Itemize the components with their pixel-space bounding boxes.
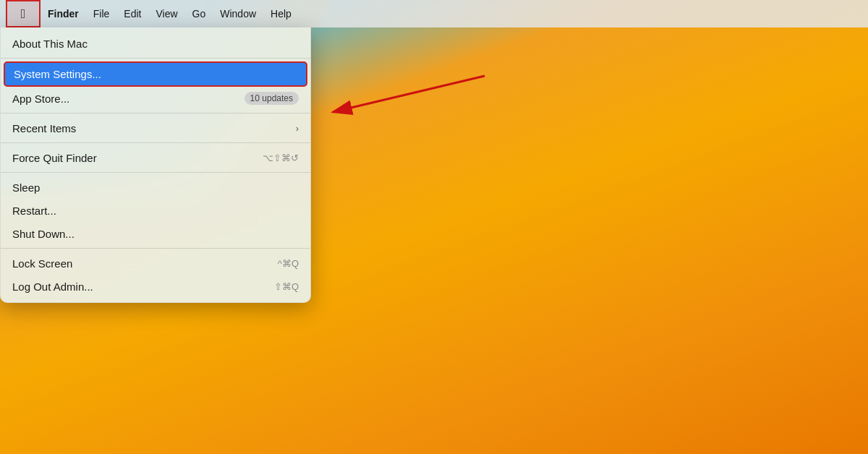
menu-separator-1 <box>1 58 310 59</box>
menubar-item-help[interactable]: Help <box>263 0 299 27</box>
menu-item-app-store[interactable]: App Store... 10 updates <box>1 87 310 110</box>
lock-screen-shortcut: ^⌘Q <box>278 258 299 269</box>
menu-separator-4 <box>1 172 310 173</box>
menubar-item-file[interactable]: File <box>86 0 117 27</box>
menu-item-recent-items[interactable]: Recent Items › <box>1 116 310 140</box>
menu-item-logout[interactable]: Log Out Admin... ⇧⌘Q <box>1 275 310 298</box>
menu-item-system-settings[interactable]: System Settings... <box>4 61 307 87</box>
menubar-item-view[interactable]: View <box>148 0 184 27</box>
apple-menu-button[interactable]:  <box>6 0 41 27</box>
menubar:  Finder File Edit View Go Window Help <box>0 0 868 27</box>
force-quit-shortcut: ⌥⇧⌘↺ <box>263 153 299 163</box>
app-store-badge: 10 updates <box>244 92 299 105</box>
logout-shortcut: ⇧⌘Q <box>274 281 299 292</box>
menu-separator-2 <box>1 113 310 113</box>
menu-separator-3 <box>1 142 310 143</box>
menu-item-force-quit[interactable]: Force Quit Finder ⌥⇧⌘↺ <box>1 146 310 169</box>
apple-menu-dropdown: About This Mac System Settings... App St… <box>0 27 311 303</box>
menubar-item-finder[interactable]: Finder <box>41 0 86 27</box>
menubar-item-window[interactable]: Window <box>213 0 263 27</box>
chevron-right-icon: › <box>296 123 299 134</box>
menubar-item-go[interactable]: Go <box>185 0 213 27</box>
menu-item-about[interactable]: About This Mac <box>1 32 310 55</box>
menu-item-lock-screen[interactable]: Lock Screen ^⌘Q <box>1 252 310 275</box>
menu-separator-5 <box>1 248 310 249</box>
apple-logo-icon:  <box>21 7 26 20</box>
menu-item-sleep[interactable]: Sleep <box>1 176 310 199</box>
menu-item-restart[interactable]: Restart... <box>1 199 310 222</box>
menu-item-shutdown[interactable]: Shut Down... <box>1 222 310 245</box>
menubar-item-edit[interactable]: Edit <box>116 0 148 27</box>
